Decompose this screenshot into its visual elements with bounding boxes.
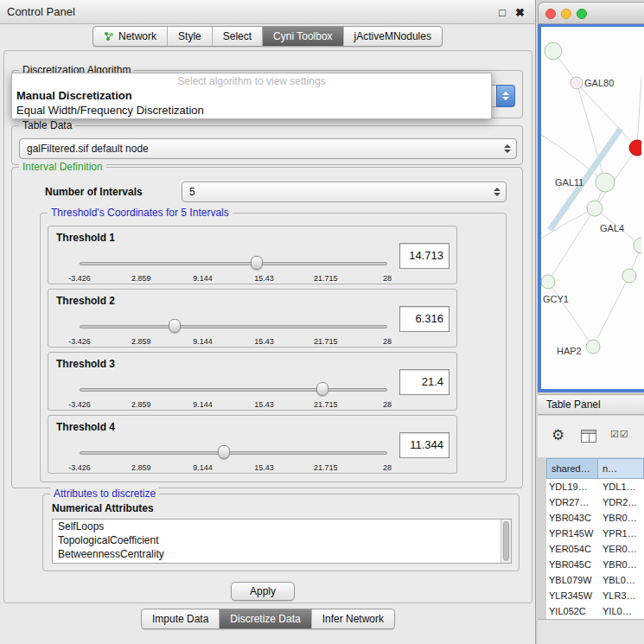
table-row[interactable]: YER054CYER0… <box>546 541 644 557</box>
tab-jactivemnodules[interactable]: jActiveMNodules <box>344 27 442 46</box>
select-columns-checkboxes-icon[interactable]: ☑☑ <box>610 429 629 440</box>
attributes-group-legend: Attributes to discretize <box>50 488 159 500</box>
tick-label: -3.426 <box>68 274 91 283</box>
threshold-2-panel: Threshold 2 -3.426 2.859 9.144 15.43 21.… <box>48 289 457 348</box>
network-node[interactable] <box>586 340 600 354</box>
threshold-3-value-field[interactable]: 21.4 <box>399 369 450 395</box>
apply-button[interactable]: Apply <box>231 582 295 601</box>
threshold-1-slider[interactable] <box>80 254 387 273</box>
table-row[interactable]: YDL19…YDL1… <box>546 479 644 494</box>
threshold-1-panel: Threshold 1 -3.426 2.859 9.144 15.43 21.… <box>48 226 457 284</box>
node-attribute-table: shared… n… YDL19…YDL1… YDR27…YDR2… YBR04… <box>546 458 644 619</box>
table-row[interactable]: YBR045CYBR0… <box>546 557 644 572</box>
threshold-2-value-field[interactable]: 6.316 <box>399 306 450 332</box>
table-row[interactable]: YIL052CYIL0… <box>546 603 644 619</box>
table-header-row: shared… n… <box>546 458 644 479</box>
cell-shared-name: YDL19… <box>546 479 598 494</box>
dropdown-option-equal-width[interactable]: Equal Width/Frequency Discretization <box>16 104 204 117</box>
tab-impute-data[interactable]: Impute Data <box>142 609 220 628</box>
slider-track[interactable] <box>80 325 387 328</box>
tick-label: -3.426 <box>68 400 91 409</box>
table-row[interactable]: YLR345WYLR3… <box>546 588 644 603</box>
cell-name: YER0… <box>598 541 644 557</box>
network-node[interactable] <box>587 201 603 216</box>
network-node[interactable] <box>545 42 562 60</box>
threshold-2-slider[interactable] <box>80 317 387 336</box>
network-node[interactable] <box>571 77 583 89</box>
list-item[interactable]: TopologicalCoefficient <box>53 533 511 547</box>
top-tab-segment: Network Style Select Cyni Toolbox jActiv… <box>92 26 443 47</box>
minimize-traffic-light-icon[interactable] <box>561 9 571 19</box>
zoom-traffic-light-icon[interactable] <box>577 9 587 19</box>
threshold-1-value-field[interactable]: 14.713 <box>399 243 450 269</box>
node-label: GCY1 <box>543 294 569 304</box>
network-window-titlebar[interactable] <box>538 2 644 24</box>
list-item[interactable]: SelfLoops <box>53 520 511 533</box>
columns-icon[interactable] <box>581 430 596 443</box>
screen: Control Panel □ ✖ Network Style Select C… <box>0 0 644 644</box>
slider-thumb[interactable] <box>251 256 263 270</box>
tab-network-label: Network <box>118 30 156 42</box>
table-row[interactable]: YBR043CYBR0… <box>546 510 644 526</box>
slider-thumb[interactable] <box>218 445 230 459</box>
network-node[interactable] <box>596 173 615 192</box>
window-controls: □ ✖ <box>499 0 525 24</box>
tick-label: 15.43 <box>254 274 274 283</box>
gear-icon[interactable]: ⚙ <box>552 426 564 444</box>
threshold-3-slider[interactable] <box>80 380 387 399</box>
selected-red-node[interactable] <box>629 140 641 156</box>
node-label: GAL11 <box>555 177 583 188</box>
dropdown-placeholder: Select algorithm to view settings <box>12 75 491 87</box>
threshold-3-panel: Threshold 3 -3.426 2.859 9.144 15.43 21.… <box>48 352 457 411</box>
combobox-stepper-icon[interactable] <box>496 85 515 107</box>
network-view-canvas[interactable]: GAL80 GAL11 GAL4 GCY1 HAP2 <box>538 24 644 392</box>
threshold-3-label: Threshold 3 <box>56 358 115 370</box>
attributes-to-discretize-group: Attributes to discretize Numerical Attri… <box>42 494 520 571</box>
threshold-4-value-field[interactable]: 11.344 <box>399 432 450 458</box>
tick-label: 28 <box>383 274 392 283</box>
list-scrollbar[interactable] <box>501 520 511 563</box>
tab-style-label: Style <box>178 30 201 42</box>
close-traffic-light-icon[interactable] <box>545 9 556 19</box>
control-panel-titlebar: Control Panel □ ✖ <box>0 0 535 24</box>
slider-thumb[interactable] <box>316 382 328 396</box>
tick-label: 9.144 <box>193 274 213 283</box>
tab-cyni-toolbox-label: Cyni Toolbox <box>273 30 332 42</box>
column-header-shared-name[interactable]: shared… <box>546 458 598 479</box>
cell-shared-name: YBR045C <box>546 557 598 572</box>
table-row[interactable]: YBL079WYBL0… <box>546 572 644 588</box>
scrollbar-thumb[interactable] <box>503 521 509 561</box>
list-item[interactable]: BetweennessCentrality <box>53 547 511 561</box>
tick-label: 2.859 <box>131 463 151 472</box>
table-row[interactable]: YPR145WYPR1… <box>546 526 644 541</box>
tick-label: 9.144 <box>193 337 213 346</box>
numerical-attributes-list[interactable]: SelfLoops TopologicalCoefficient Between… <box>52 519 512 564</box>
tab-infer-network[interactable]: Infer Network <box>312 609 394 628</box>
network-node[interactable] <box>622 269 636 283</box>
tab-select[interactable]: Select <box>213 27 263 46</box>
slider-track[interactable] <box>80 388 387 392</box>
close-icon[interactable]: ✖ <box>515 1 525 24</box>
table-row[interactable]: YDR27…YDR2… <box>546 494 644 510</box>
cell-shared-name: YLR345W <box>546 588 598 603</box>
tab-network[interactable]: Network <box>93 27 168 46</box>
cell-name: YIL0… <box>598 603 644 619</box>
slider-track[interactable] <box>80 451 387 455</box>
cell-shared-name: YBL079W <box>546 572 598 588</box>
threshold-4-slider[interactable] <box>80 443 387 462</box>
node-label: HAP2 <box>557 346 582 356</box>
tick-label: 2.859 <box>131 274 151 283</box>
table-data-legend: Table Data <box>19 119 75 131</box>
dropdown-option-manual-discretization[interactable]: Manual Discretization <box>16 89 132 102</box>
network-graph: GAL80 GAL11 GAL4 GCY1 HAP2 <box>541 27 641 389</box>
network-node[interactable] <box>541 275 555 289</box>
table-data-combobox[interactable]: galFiltered.sif default node <box>19 138 517 159</box>
tab-style[interactable]: Style <box>168 27 213 46</box>
slider-thumb[interactable] <box>169 319 181 333</box>
tab-discretize-data[interactable]: Discretize Data <box>220 609 311 628</box>
float-window-icon[interactable]: □ <box>499 1 506 24</box>
number-of-intervals-combobox[interactable]: 5 <box>182 182 507 202</box>
slider-track[interactable] <box>80 262 387 265</box>
tab-cyni-toolbox[interactable]: Cyni Toolbox <box>263 27 343 46</box>
column-header-name[interactable]: n… <box>598 458 644 479</box>
